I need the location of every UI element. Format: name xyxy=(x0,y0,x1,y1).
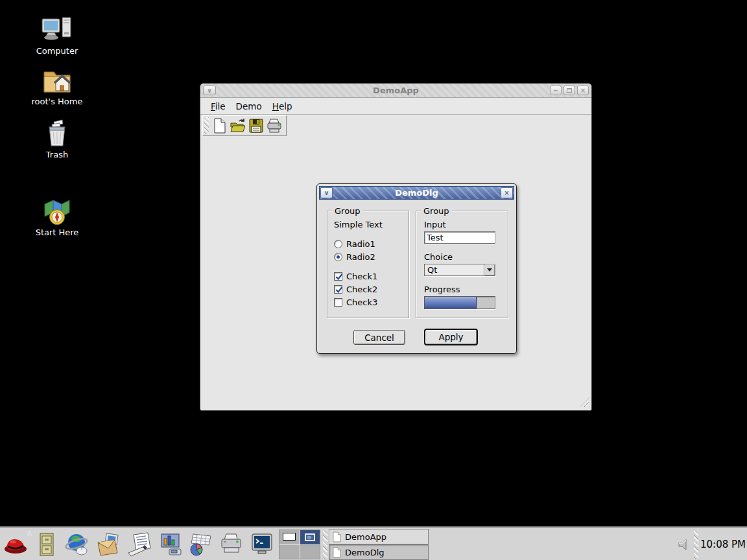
computer-icon xyxy=(41,17,73,44)
globe-mouse-icon xyxy=(64,531,90,557)
choice-combobox[interactable]: Qt xyxy=(424,264,495,276)
apply-button[interactable]: Apply xyxy=(424,329,478,345)
workspace-2-active[interactable] xyxy=(300,530,320,544)
maximize-icon xyxy=(567,88,572,93)
group-legend: Group xyxy=(421,206,452,216)
window-icon xyxy=(332,531,342,542)
mini-window xyxy=(283,533,296,541)
radio-label: Radio1 xyxy=(346,239,375,249)
checkbox-indicator xyxy=(334,285,342,294)
desktop: { "desktop": { "icons": [ { "name": "com… xyxy=(0,0,747,560)
print-button[interactable] xyxy=(265,117,283,135)
maximize-button[interactable] xyxy=(563,86,575,95)
menu-help[interactable]: Help xyxy=(267,100,298,113)
email-launcher[interactable] xyxy=(95,531,121,557)
spreadsheet-pie-icon xyxy=(187,531,214,557)
terminal-launcher[interactable] xyxy=(249,531,275,557)
demodlg-titlebar[interactable]: ∨ DemoDlg × xyxy=(319,186,514,200)
red-hat-icon xyxy=(3,531,29,557)
toolbar-box xyxy=(202,115,287,136)
web-browser-launcher[interactable] xyxy=(64,531,90,557)
desktop-icon-label: Computer xyxy=(25,46,89,56)
workspace-3[interactable] xyxy=(279,545,300,559)
panel-clock[interactable]: 10:08 PM xyxy=(700,528,746,560)
spreadsheet-launcher[interactable] xyxy=(187,531,213,557)
save-file-button[interactable] xyxy=(247,117,265,135)
right-group-box: Group Input Choice Qt Progress xyxy=(416,211,508,318)
taskbar: △ xyxy=(0,528,747,560)
workspace-4[interactable] xyxy=(300,545,320,559)
demoapp-titlebar[interactable]: ∨ DemoApp − × xyxy=(200,84,591,98)
cancel-button[interactable]: Cancel xyxy=(353,330,405,345)
new-document-button[interactable] xyxy=(211,117,229,135)
progress-bar-fill xyxy=(425,297,477,309)
desktop-icon-roots-home[interactable]: root's Home xyxy=(25,67,89,106)
menubar: File Demo Help xyxy=(200,98,591,115)
presentation-launcher[interactable] xyxy=(157,531,183,557)
trash-icon xyxy=(44,119,70,148)
combobox-arrow-button[interactable] xyxy=(484,264,495,275)
checkmark-icon xyxy=(335,272,344,281)
open-file-button[interactable] xyxy=(229,117,247,135)
resize-grip[interactable] xyxy=(580,397,589,407)
task-demodlg[interactable]: DemoDlg xyxy=(329,544,429,560)
window-icon xyxy=(332,547,342,558)
input-label: Input xyxy=(424,220,446,229)
close-button[interactable]: × xyxy=(577,86,589,95)
checkbox-indicator xyxy=(334,298,342,307)
radio-indicator xyxy=(334,240,342,248)
file-manager-launcher[interactable] xyxy=(34,531,60,557)
start-here-icon xyxy=(43,198,71,226)
checkbox-check3[interactable]: Check3 xyxy=(334,297,377,307)
group-legend: Group xyxy=(332,206,363,216)
save-icon xyxy=(248,118,264,134)
dialog-close-button[interactable]: × xyxy=(501,187,513,198)
window-list: DemoApp DemoDlg xyxy=(329,529,429,560)
desktop-icon-start-here[interactable]: Start Here xyxy=(25,198,89,237)
volume-tray-icon[interactable] xyxy=(677,537,691,554)
minimize-button[interactable]: − xyxy=(550,86,562,95)
choice-label: Choice xyxy=(424,252,453,262)
dialog-title: DemoDlg xyxy=(395,188,438,198)
checkbox-label: Check1 xyxy=(346,272,377,281)
chart-screen-icon xyxy=(157,531,184,557)
input-field[interactable] xyxy=(424,231,495,244)
marker-triangle-icon: △ xyxy=(27,530,32,536)
checkbox-label: Check2 xyxy=(346,285,377,294)
task-demoapp[interactable]: DemoApp xyxy=(329,529,429,544)
word-processor-launcher[interactable] xyxy=(126,531,152,557)
checkbox-check2[interactable]: Check2 xyxy=(334,284,377,294)
progress-bar xyxy=(424,296,495,309)
dialog-menu-button[interactable]: ∨ xyxy=(320,187,333,198)
minimize-icon: − xyxy=(553,88,558,94)
panel-drag-handle[interactable] xyxy=(694,530,698,559)
workspace-1[interactable] xyxy=(279,530,300,544)
red-hat-menu-button[interactable]: △ xyxy=(3,531,29,557)
panel-drag-handle[interactable] xyxy=(323,530,327,559)
speaker-icon xyxy=(677,537,691,552)
window-menu-button[interactable]: ∨ xyxy=(203,86,216,95)
printer-launcher[interactable] xyxy=(218,531,244,557)
radio-radio2[interactable]: Radio2 xyxy=(334,251,375,262)
checkbox-check1[interactable]: Check1 xyxy=(334,271,377,281)
home-folder-icon xyxy=(42,67,72,95)
workspace-pager[interactable] xyxy=(279,530,320,559)
desktop-icon-computer[interactable]: Computer xyxy=(25,17,89,56)
radio-radio1[interactable]: Radio1 xyxy=(334,239,375,249)
mini-window xyxy=(305,533,315,541)
simple-text-label: Simple Text xyxy=(334,220,383,229)
close-icon: × xyxy=(504,190,509,196)
menu-file[interactable]: File xyxy=(206,100,231,113)
new-document-icon xyxy=(213,118,227,134)
chevron-down-icon: ∨ xyxy=(324,190,329,196)
task-label: DemoDlg xyxy=(345,548,385,557)
demodlg-dialog: ∨ DemoDlg × Group Simple Text Radio1 Rad… xyxy=(316,183,517,354)
radio-label: Radio2 xyxy=(346,252,375,262)
desktop-icon-trash[interactable]: Trash xyxy=(25,119,89,159)
open-folder-icon xyxy=(230,118,246,134)
toolbar-drag-handle[interactable] xyxy=(204,117,209,134)
checkbox-indicator xyxy=(334,272,342,281)
desktop-icon-label: root's Home xyxy=(25,97,89,106)
menu-demo[interactable]: Demo xyxy=(231,100,267,113)
envelope-photo-icon xyxy=(95,531,121,557)
